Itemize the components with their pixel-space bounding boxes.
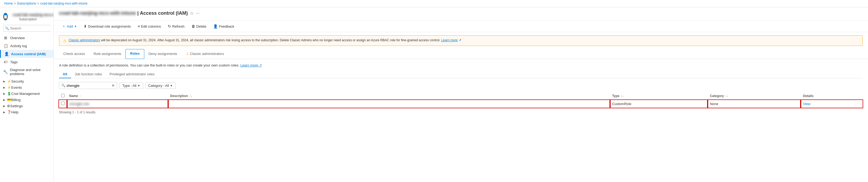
chevron-right-icon: ▶ bbox=[3, 98, 5, 101]
sidebar-section-help[interactable]: ▶ ❓ Help bbox=[0, 109, 53, 115]
breadcrumb: Home > Subscriptions > cvad-lab-nanjing-… bbox=[0, 0, 868, 7]
view-link[interactable]: View bbox=[803, 102, 810, 106]
category-filter-dropdown-icon: ▼ bbox=[170, 84, 173, 87]
resource-name: cvad-lab-nanjing-mcs-with-intune bbox=[9, 12, 54, 18]
warning-icon: ⚠ bbox=[63, 39, 66, 43]
sidebar-search-input[interactable] bbox=[10, 26, 54, 30]
favorite-icon[interactable]: ☆ bbox=[190, 11, 194, 16]
learn-more-roles-link[interactable]: Learn more ↗ bbox=[240, 63, 262, 67]
col-description[interactable]: Description ↑↓ bbox=[168, 92, 610, 100]
tab-check-access[interactable]: Check access bbox=[59, 49, 89, 59]
filter-search-box[interactable]: 🔍 ✕ bbox=[59, 82, 117, 89]
sidebar-item-access-control[interactable]: 👤 Access control (IAM) bbox=[0, 50, 53, 58]
delete-button[interactable]: 🗑 Delete bbox=[188, 23, 210, 30]
sidebar-item-diagnose[interactable]: 🔧 Diagnose and solve problems bbox=[0, 66, 53, 78]
delete-icon: 🗑 bbox=[191, 24, 195, 28]
select-all-header[interactable] bbox=[59, 92, 67, 100]
page-title: cvad-lab-nanjing-mcs-with-intune | Acces… bbox=[59, 10, 188, 16]
role-name: zhengjie-role bbox=[69, 102, 89, 106]
add-button[interactable]: ＋ Add ▼ bbox=[59, 22, 80, 30]
diagnose-icon: 🔧 bbox=[3, 70, 8, 74]
classic-admins-warn-icon: ⚠ bbox=[186, 52, 190, 56]
sidebar-item-label: Diagnose and solve problems bbox=[10, 68, 50, 76]
resource-icon: 📋 bbox=[3, 13, 8, 20]
type-sort-icon: ↑↓ bbox=[621, 95, 623, 97]
sidebar-search[interactable]: 🔍 bbox=[3, 25, 50, 32]
refresh-icon: ↻ bbox=[168, 24, 171, 28]
sidebar-section-events[interactable]: ▶ ⚡ Events bbox=[0, 84, 53, 90]
feedback-button[interactable]: 👤 Feedback bbox=[210, 23, 237, 30]
sub-tab-job-function-roles[interactable]: Job function roles bbox=[71, 70, 106, 78]
sidebar-section-cost-management[interactable]: ▶ 💲 Cost Management bbox=[0, 90, 53, 96]
access-control-icon: 👤 bbox=[4, 52, 9, 56]
add-icon: ＋ bbox=[62, 24, 66, 29]
sidebar-section-security[interactable]: ▶ ⚡ Security bbox=[0, 78, 53, 84]
category-filter-label: Category : All bbox=[148, 84, 169, 88]
breadcrumb-home[interactable]: Home bbox=[4, 2, 13, 5]
sidebar-section-label: Security bbox=[11, 79, 24, 83]
sidebar-item-overview[interactable]: ⊞ Overview bbox=[0, 34, 53, 42]
help-icon: ❓ bbox=[7, 110, 11, 114]
sidebar-item-tags[interactable]: 🏷 Tags bbox=[0, 58, 53, 66]
page-header: cvad-lab-nanjing-mcs-with-intune | Acces… bbox=[54, 7, 868, 21]
sidebar-section-label: Settings bbox=[10, 104, 23, 108]
breadcrumb-resource[interactable]: cvad-lab-nanjing-mcs-with-intune bbox=[40, 2, 87, 5]
download-button[interactable]: ⬇ Download role assignments bbox=[81, 23, 134, 30]
chevron-right-icon: ▶ bbox=[3, 111, 5, 114]
select-all-checkbox[interactable] bbox=[61, 94, 65, 97]
sidebar-item-label: Access control (IAM) bbox=[11, 52, 45, 56]
learn-more-link[interactable]: Learn more bbox=[441, 38, 458, 42]
tab-classic-administrators[interactable]: ⚠ Classic administrators bbox=[182, 49, 228, 59]
sub-tab-all[interactable]: All bbox=[59, 70, 71, 78]
results-count: Showing 1 - 1 of 1 results. bbox=[59, 111, 863, 114]
sidebar-item-label: Activity log bbox=[10, 44, 27, 48]
roles-table: Name ↑ Description ↑↓ Type ↑↓ Category bbox=[59, 92, 863, 108]
tab-deny-assignments[interactable]: Deny assignments bbox=[144, 49, 182, 59]
overview-icon: ⊞ bbox=[3, 36, 8, 40]
filter-clear-button[interactable]: ✕ bbox=[112, 83, 115, 88]
sidebar-item-label: Overview bbox=[10, 36, 25, 40]
chevron-right-icon: ▶ bbox=[3, 92, 5, 95]
security-icon: ⚡ bbox=[7, 79, 11, 83]
events-icon: ⚡ bbox=[7, 86, 11, 90]
refresh-button[interactable]: ↻ Refresh bbox=[165, 23, 187, 30]
sidebar-item-activity-log[interactable]: 📋 Activity log bbox=[0, 42, 53, 50]
chevron-right-icon: ▶ bbox=[3, 86, 5, 89]
row-checkbox[interactable] bbox=[61, 101, 65, 105]
row-description-cell bbox=[168, 100, 610, 108]
col-category[interactable]: Category ↑↓ bbox=[708, 92, 801, 100]
warning-text: will be deprecated on August 31, 2024. A… bbox=[101, 38, 441, 42]
breadcrumb-subscriptions[interactable]: Subscriptions bbox=[17, 2, 36, 5]
classic-admins-link[interactable]: Classic administrators bbox=[69, 38, 100, 42]
sub-tab-privileged-admin-roles[interactable]: Privileged administrator roles bbox=[106, 70, 158, 78]
filter-search-icon: 🔍 bbox=[61, 84, 65, 87]
add-dropdown-icon: ▼ bbox=[74, 25, 77, 28]
col-name[interactable]: Name ↑ bbox=[67, 92, 168, 100]
chevron-right-icon: ▶ bbox=[3, 80, 5, 83]
row-details-cell[interactable]: View bbox=[801, 100, 863, 108]
row-type-cell: CustomRole bbox=[610, 100, 708, 108]
filter-search-input[interactable] bbox=[66, 84, 112, 88]
tags-icon: 🏷 bbox=[3, 60, 8, 64]
page-title-service: | Access control (IAM) bbox=[137, 10, 188, 16]
tab-roles[interactable]: Roles bbox=[125, 49, 144, 59]
sidebar-section-settings[interactable]: ▶ ⚙ Settings bbox=[0, 102, 53, 109]
resource-type: Subscription bbox=[9, 18, 54, 21]
type-filter-dropdown-icon: ▼ bbox=[137, 84, 140, 87]
sidebar-nav: ⊞ Overview 📋 Activity log 👤 Access contr… bbox=[0, 34, 53, 182]
row-checkbox-cell[interactable] bbox=[59, 100, 67, 108]
more-options-icon[interactable]: ··· bbox=[196, 11, 199, 16]
download-icon: ⬇ bbox=[84, 24, 87, 28]
tab-role-assignments[interactable]: Role assignments bbox=[89, 49, 125, 59]
type-filter-chip[interactable]: Type : All ▼ bbox=[119, 83, 143, 89]
sub-tabs: All Job function roles Privileged admini… bbox=[59, 70, 863, 78]
sidebar-section-billing[interactable]: ▶ 💳 Billing bbox=[0, 96, 53, 102]
role-type: CustomRole bbox=[612, 102, 631, 106]
sidebar-item-label: Tags bbox=[10, 60, 18, 64]
category-sort-icon: ↑↓ bbox=[725, 95, 728, 97]
category-filter-chip[interactable]: Category : All ▼ bbox=[145, 83, 176, 89]
edit-columns-button[interactable]: ≡ Edit columns bbox=[135, 23, 164, 30]
sidebar-section-label: Billing bbox=[11, 98, 21, 102]
tabs: Check access Role assignments Roles Deny… bbox=[59, 49, 863, 59]
col-type[interactable]: Type ↑↓ bbox=[610, 92, 708, 100]
